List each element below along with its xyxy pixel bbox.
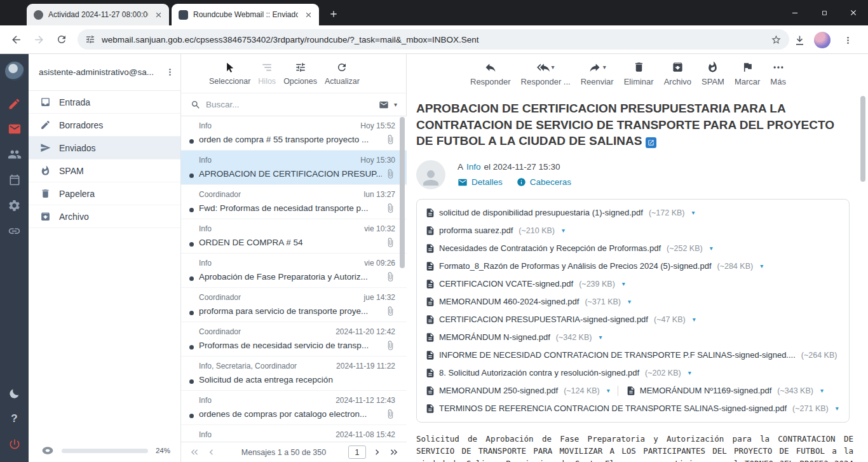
search-options-caret[interactable]: ▾ [394,102,397,108]
message-row[interactable]: Info2024-11-08 15:42 [181,425,407,442]
search-input[interactable] [206,100,374,109]
tab-close-icon[interactable] [153,10,164,20]
attachment-item[interactable]: proforma suarez.pdf(~210 KB)▾ [425,226,565,236]
mark-button[interactable]: Marcar [735,61,760,86]
contacts-task-button[interactable] [0,142,29,167]
help-button[interactable]: ? [0,406,29,431]
attachment-item[interactable]: CERTIFICACION VCATE-signed.pdf(~239 KB)▾ [425,279,625,289]
list-scrollbar-thumb[interactable] [400,117,405,268]
attachment-menu-caret[interactable]: ▾ [599,334,602,341]
delete-button[interactable]: Eliminar [624,61,654,86]
folder-options-icon[interactable] [165,67,175,78]
links-task-button[interactable] [0,218,29,243]
message-scrollbar-thumb[interactable] [860,96,865,182]
attachment-menu-caret[interactable]: ▾ [607,387,610,394]
dark-mode-button[interactable] [0,381,29,406]
attachment-item[interactable]: solicitud de disponibilidad presupuestar… [425,208,695,218]
reload-button[interactable] [51,29,72,50]
attachment-menu-caret[interactable]: ▾ [820,387,824,394]
forward-button[interactable] [28,29,50,50]
recipient-link[interactable]: Info [466,162,481,172]
list-scrollbar[interactable] [400,116,405,442]
search-scope-mail-icon[interactable] [379,100,389,110]
details-toggle[interactable]: Detalles [458,177,503,187]
profile-avatar[interactable] [813,31,831,49]
last-page-button[interactable] [385,444,402,461]
page-number-input[interactable]: 1 [348,445,366,459]
settings-task-button[interactable] [0,193,29,218]
message-row[interactable]: Info, Secretaria, Coordinador2024-11-19 … [181,357,407,391]
browser-tab-actividad[interactable]: Actividad 2024-11-27 08:00:00 [27,4,169,25]
message-row[interactable]: Infovie 10:32 ORDEN DE COMPRA # 54 [181,219,407,254]
mail-task-button[interactable] [0,116,29,142]
back-button[interactable] [5,29,27,50]
reply-all-caret[interactable]: ▾ [552,64,555,71]
attachment-menu-caret[interactable]: ▾ [692,209,695,216]
attachment-item[interactable]: MEMORANDUM 250-signed.pdf(~124 KB)▾ [425,386,610,396]
calendar-task-button[interactable] [0,167,29,193]
attachment-menu-caret[interactable]: ▾ [622,280,625,287]
unread-dot [189,345,194,350]
attachment-item[interactable]: MEMORANDUM 460-2024-signed.pdf(~371 KB)▾ [425,297,631,307]
site-info-icon[interactable] [85,34,95,44]
browser-menu-icon[interactable] [839,31,857,49]
first-page-button[interactable] [186,444,203,461]
attachment-menu-caret[interactable]: ▾ [628,298,631,305]
message-row[interactable]: Info2024-11-12 12:43 ordenes de compras … [181,391,407,425]
message-row[interactable]: Coordinador2024-11-20 12:42 Proformas de… [181,322,407,357]
headers-toggle[interactable]: Cabeceras [517,177,571,187]
attachment-item[interactable]: TERMINOS DE REFERENCIA CONTRACION DE TRA… [425,404,839,414]
attachment-item[interactable]: Formato_8_Razón de Proformas y Análisis … [425,261,763,271]
next-page-button[interactable] [369,444,385,461]
attachment-menu-caret[interactable]: ▾ [693,316,696,323]
attachment-item[interactable]: CERTIFICACION PRESUPUESTARIA-signed-sign… [425,315,696,325]
attachment-item[interactable]: Necesidades de Contratación y Recepción … [425,243,713,254]
sidebar-item-enviados[interactable]: Enviados [29,137,180,160]
browser-tab-roundcube[interactable]: Roundcube Webmail :: Enviado [172,4,319,25]
new-tab-button[interactable] [325,6,342,22]
attachment-menu-caret[interactable]: ▾ [760,262,763,269]
refresh-button[interactable]: Actualizar [325,61,360,86]
message-row[interactable]: InfoHoy 15:52 orden de compra # 55 trans… [181,116,407,151]
forward-button[interactable]: ▾ Reenviar [581,61,614,86]
window-minimize-button[interactable] [780,0,810,25]
sidebar-item-papelera[interactable]: Papelera [29,182,180,205]
window-maximize-button[interactable] [810,0,839,25]
options-button[interactable]: Opciones [283,61,317,86]
prev-page-button[interactable] [203,444,219,461]
spam-button[interactable]: SPAM [702,61,724,86]
downloads-icon[interactable] [790,31,808,49]
sidebar-item-archivo[interactable]: Archivo [29,205,180,228]
address-bar[interactable]: webmail.sanjuan.gob.ec/cpsess3846753402/… [78,29,789,50]
forward-caret[interactable]: ▾ [603,64,606,71]
tab-close-icon[interactable] [303,10,314,20]
sidebar-item-entrada[interactable]: Entrada [29,91,180,114]
threads-button[interactable]: Hilos [258,61,276,86]
logout-button[interactable] [0,431,29,457]
select-button[interactable]: Seleccionar [209,61,250,86]
url-text[interactable]: webmail.sanjuan.gob.ec/cpsess3846753402/… [102,35,764,44]
message-scrollbar[interactable] [860,96,866,458]
sidebar-item-spam[interactable]: SPAM [29,160,180,182]
message-row[interactable]: Infovie 09:26 Aprobación de Fase Prepara… [181,254,407,288]
attachment-item[interactable]: MEMORÁNDUM Nº1169-signed.pdf(~343 KB)▾ [626,386,824,396]
message-row-selected[interactable]: InfoHoy 15:30 APROBACION DE CERTIFICACIO… [181,151,407,185]
message-row[interactable]: Coordinadorlun 13:27 Fwd: Proformas de n… [181,185,407,219]
message-row[interactable]: Coordinadorjue 14:32 proforma para servi… [181,288,407,322]
compose-button[interactable] [0,91,29,116]
archive-button[interactable]: Archivo [664,61,691,86]
open-in-new-window-icon[interactable] [646,137,656,148]
attachment-item[interactable]: INFORME DE NECESIDAD CONTRATACION DE TRA… [425,350,841,360]
attachment-menu-caret[interactable]: ▾ [710,245,713,252]
window-close-button[interactable] [839,0,868,25]
attachment-menu-caret[interactable]: ▾ [836,405,839,412]
reply-all-button[interactable]: ▾ Responder ... [521,61,571,86]
attachment-item[interactable]: 8. Solicitud Autorización contra y resol… [425,368,691,378]
attachment-menu-caret[interactable]: ▾ [562,227,565,234]
reply-button[interactable]: Responder [470,61,511,86]
attachment-item[interactable]: MEMORÁNDUM N-signed.pdf(~342 KB)▾ [425,332,602,343]
more-button[interactable]: Más [770,61,786,86]
bookmark-star-icon[interactable] [771,34,782,45]
attachment-menu-caret[interactable]: ▾ [688,369,691,376]
sidebar-item-borradores[interactable]: Borradores [29,114,180,137]
